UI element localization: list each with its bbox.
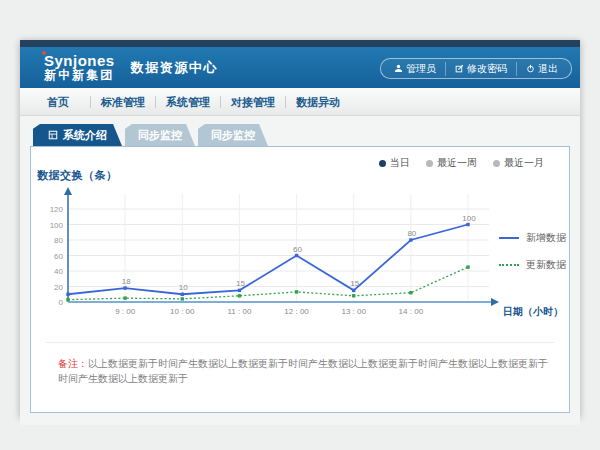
nav-item-1[interactable]: 标准管理: [90, 96, 155, 108]
tab-0[interactable]: 系统介绍: [33, 124, 122, 146]
app-window: Synjones 新中新集团 数据资源中心 管理员修改密码退出 首页标准管理系统…: [20, 40, 580, 417]
svg-text:60: 60: [54, 252, 63, 261]
user-menu-label: 修改密码: [467, 62, 507, 76]
radio-option-1[interactable]: 最近一周: [426, 156, 477, 170]
svg-text:20: 20: [54, 283, 63, 292]
user-menu-item-0[interactable]: 管理员: [385, 62, 445, 76]
tab-1[interactable]: 同步监控: [125, 124, 195, 146]
power-icon: [526, 64, 535, 73]
tab-2[interactable]: 同步监控: [198, 124, 268, 146]
logo-company-name: 新中新集团: [44, 69, 115, 82]
nav-item-0[interactable]: 首页: [26, 96, 90, 108]
radio-label: 最近一周: [437, 156, 477, 170]
user-menu-item-1[interactable]: 修改密码: [445, 62, 516, 76]
time-range-filter: 当日最近一周最近一月: [379, 156, 544, 170]
tab-label: 系统介绍: [63, 124, 107, 146]
nav-bar: 首页标准管理系统管理对接管理数据异动: [20, 88, 580, 116]
legend-item-0[interactable]: 新增数据: [499, 231, 566, 245]
svg-text:18: 18: [122, 277, 131, 286]
legend-label: 新增数据: [526, 231, 566, 245]
radio-dot: [426, 160, 433, 167]
app-header: Synjones 新中新集团 数据资源中心 管理员修改密码退出: [20, 47, 580, 88]
svg-text:15: 15: [236, 279, 245, 288]
svg-text:100: 100: [462, 214, 476, 223]
svg-text:120: 120: [50, 205, 64, 214]
footnote: 备注：以上数据更新于时间产生数据以上数据更新于时间产生数据以上数据更新于时间产生…: [58, 356, 551, 386]
app-title: 数据资源中心: [131, 59, 218, 77]
radio-label: 最近一月: [504, 156, 544, 170]
svg-text:日期（小时）: 日期（小时）: [503, 306, 561, 317]
svg-text:60: 60: [293, 245, 302, 254]
card-body: 系统介绍同步监控同步监控 当日最近一周最近一月 数据交换（条） 02040608…: [20, 116, 580, 425]
svg-text:80: 80: [407, 229, 416, 238]
content-panel: 当日最近一周最近一月 数据交换（条） 0204060801001209 : 00…: [30, 146, 570, 413]
nav-item-3[interactable]: 对接管理: [220, 96, 285, 108]
user-menu: 管理员修改密码退出: [380, 58, 572, 79]
radio-option-0[interactable]: 当日: [379, 156, 410, 170]
svg-text:11 : 00: 11 : 00: [227, 307, 251, 316]
svg-text:0: 0: [59, 298, 64, 307]
radio-dot: [379, 160, 386, 167]
legend-item-1[interactable]: 更新数据: [499, 258, 566, 272]
legend-swatch: [499, 237, 519, 239]
user-menu-label: 管理员: [406, 62, 436, 76]
svg-text:10: 10: [179, 283, 188, 292]
line-chart: 0204060801001209 : 0010 : 0011 : 0012 : …: [41, 186, 561, 334]
user-menu-label: 退出: [538, 62, 558, 76]
svg-text:13 : 00: 13 : 00: [341, 307, 366, 316]
svg-text:14 : 00: 14 : 00: [399, 307, 424, 316]
tab-label: 同步监控: [138, 129, 182, 141]
user-menu-item-2[interactable]: 退出: [516, 62, 567, 76]
svg-text:9 : 00: 9 : 00: [115, 307, 136, 316]
logo-wordmark: Synjones: [44, 53, 115, 70]
edit-icon: [455, 64, 464, 73]
svg-text:80: 80: [54, 236, 63, 245]
divider: [46, 342, 554, 343]
footnote-label: 备注：: [58, 358, 88, 369]
svg-text:100: 100: [50, 221, 64, 230]
radio-dot: [493, 160, 500, 167]
nav-item-4[interactable]: 数据异动: [285, 96, 350, 108]
nav-item-2[interactable]: 系统管理: [155, 96, 220, 108]
svg-text:10 : 00: 10 : 00: [170, 307, 195, 316]
chart-legend: 新增数据更新数据: [499, 231, 566, 272]
radio-option-2[interactable]: 最近一月: [493, 156, 544, 170]
footnote-text: 以上数据更新于时间产生数据以上数据更新于时间产生数据以上数据更新于时间产生数据以…: [58, 358, 548, 384]
logo-accent-dot: [42, 51, 46, 55]
logo: Synjones 新中新集团: [44, 53, 115, 83]
radio-label: 当日: [390, 156, 410, 170]
y-axis-title: 数据交换（条）: [37, 168, 118, 183]
tab-label: 同步监控: [211, 129, 255, 141]
legend-swatch: [499, 264, 519, 266]
svg-text:12 : 00: 12 : 00: [284, 307, 309, 316]
svg-text:40: 40: [54, 267, 63, 276]
tab-bar: 系统介绍同步监控同步监控: [20, 116, 580, 146]
tab-icon: [48, 130, 58, 140]
svg-text:15: 15: [350, 279, 359, 288]
legend-label: 更新数据: [526, 258, 566, 272]
user-icon: [394, 64, 403, 73]
top-strip: [20, 40, 580, 47]
